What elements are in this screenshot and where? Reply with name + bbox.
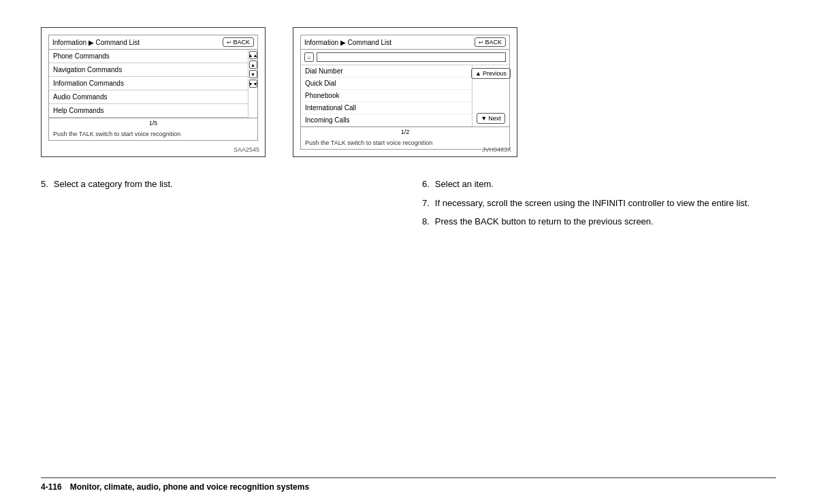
instruction-text-6: Select an item. [435,178,494,191]
instruction-text-7: If necessary, scroll the screen using th… [435,197,750,210]
right-screen-caption: Push the TALK switch to start voice reco… [301,137,509,149]
instruction-number-5: 5. [41,178,48,191]
right-scroll-area: ▲ Previous ▼ Next [472,65,509,127]
right-breadcrumb: Information ▶ Command List [304,39,391,46]
scroll-down-button[interactable]: ▼ [249,70,257,78]
instruction-number-7: 7. [422,197,430,210]
right-diagram-code: JVH0483X [482,146,511,153]
list-item[interactable]: Information Commands [49,77,248,90]
instruction-col-right: 6. Select an item. 7. If necessary, scro… [422,178,776,234]
left-breadcrumb: Information ▶ Command List [52,39,140,46]
page-footer: 4-116 Monitor, climate, audio, phone and… [41,477,776,492]
left-screen-header: Information ▶ Command List ↩ BACK [49,35,257,50]
left-screen-inner: Information ▶ Command List ↩ BACK Phone … [48,35,258,141]
list-item[interactable]: Quick Dial [301,78,472,90]
right-screen-diagram: Information ▶ Command List ↩ BACK ⌕ Dial… [293,27,517,157]
back-arrow-icon: ↩ [479,39,483,46]
footer-description: Monitor, climate, audio, phone and voice… [70,482,309,492]
prev-label: Previous [483,70,507,77]
right-screen-header: Information ▶ Command List ↩ BACK [301,35,509,50]
left-back-button[interactable]: ↩ BACK [223,37,254,47]
right-list-items: Dial Number Quick Dial Phonebook Interna… [301,65,472,127]
left-pagination: 1/5 [149,120,158,127]
left-screen-footer: 1/5 [49,118,257,128]
list-item[interactable]: Phone Commands [49,50,248,63]
left-list-items: Phone Commands Navigation Commands Infor… [49,50,248,118]
right-list-area: Dial Number Quick Dial Phonebook Interna… [301,65,509,127]
back-arrow-icon: ↩ [227,39,231,46]
left-list-area: Phone Commands Navigation Commands Infor… [49,50,257,118]
list-item[interactable]: Audio Commands [49,90,248,104]
left-back-label: BACK [233,39,250,46]
list-item[interactable]: Help Commands [49,104,248,118]
previous-button[interactable]: ▲ Previous [471,68,511,79]
diagrams-row: Information ▶ Command List ↩ BACK Phone … [41,27,776,157]
instruction-col-left: 5. Select a category from the list. [41,178,395,234]
instruction-number-8: 8. [422,215,430,229]
page-number: 4-116 [41,482,62,492]
instruction-text-8: Press the BACK button to return to the p… [435,215,654,229]
list-item[interactable]: Incoming Calls [301,114,472,127]
right-screen-footer: 1/2 [301,127,509,137]
next-label: Next [488,115,501,122]
next-arrow-icon: ▼ [481,115,487,122]
instruction-item-5: 5. Select a category from the list. [41,178,395,191]
search-area: ⌕ [301,50,509,65]
left-diagram-code: SAA2545 [234,146,259,153]
left-screen-caption: Push the TALK switch to start voice reco… [49,128,257,140]
scroll-up-button[interactable]: ▲ [249,61,257,69]
scroll-down-bottom-button[interactable]: ▼▼ [249,80,257,88]
scroll-up-top-button[interactable]: ▲▲ [249,51,257,59]
next-button[interactable]: ▼ Next [477,113,504,124]
list-item[interactable]: Phonebook [301,90,472,102]
list-item[interactable]: Dial Number [301,65,472,78]
right-back-button[interactable]: ↩ BACK [475,37,506,47]
prev-arrow-icon: ▲ [475,70,481,77]
search-input[interactable] [317,52,506,62]
instruction-number-6: 6. [422,178,430,191]
page-content: Information ▶ Command List ↩ BACK Phone … [0,0,817,275]
left-screen-diagram: Information ▶ Command List ↩ BACK Phone … [41,27,266,157]
instruction-item-6: 6. Select an item. [422,178,776,191]
instruction-item-8: 8. Press the BACK button to return to th… [422,215,776,229]
instruction-item-7: 7. If necessary, scroll the screen using… [422,197,776,210]
right-screen-inner: Information ▶ Command List ↩ BACK ⌕ Dial… [300,35,510,150]
search-icon: ⌕ [304,52,314,62]
left-scrollbar: ▲▲ ▲ ▼ ▼▼ [248,50,257,118]
list-item[interactable]: International Call [301,102,472,114]
list-item[interactable]: Navigation Commands [49,63,248,77]
right-back-label: BACK [485,39,502,46]
instructions: 5. Select a category from the list. 6. S… [41,178,776,234]
instruction-text-5: Select a category from the list. [54,178,173,191]
right-pagination: 1/2 [401,129,410,135]
